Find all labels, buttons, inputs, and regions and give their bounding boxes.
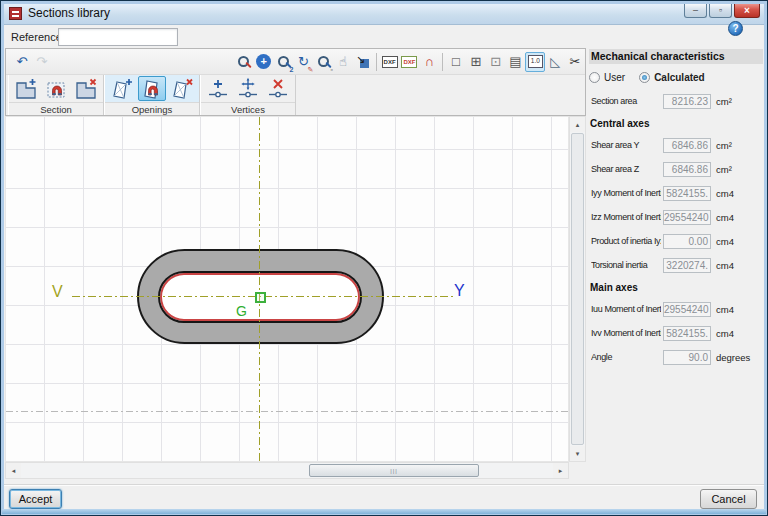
radio-calculated[interactable] [639,72,650,83]
scroll-left-arrow[interactable]: ◂ [6,463,21,478]
characteristic-label: Section area [591,96,661,106]
canvas-area: G V Y ▴ ▾ ◂ ||| ▸ [5,116,586,479]
dxf-import-icon[interactable]: DXF [380,52,400,72]
delete-vertex-button[interactable] [264,76,292,101]
pan-icon[interactable]: ☝ [333,52,353,72]
vertical-scrollbar[interactable]: ▴ ▾ [569,116,586,462]
characteristic-label: Torsional inertia [591,260,661,270]
characteristic-label: Product of inertia Iyz [591,236,661,246]
tool-group-section: Section [8,75,104,115]
characteristic-unit: cm4 [716,188,734,199]
axis-label-y: Y [454,282,465,300]
scroll-down-arrow[interactable]: ▾ [570,446,585,461]
horizontal-scrollbar[interactable]: ◂ ||| ▸ [5,462,569,479]
tool-group-vertices: Vertices [200,75,296,115]
characteristic-value-field[interactable]: 29554240 [663,210,711,225]
snap-magnet-icon[interactable]: ∩ [419,52,439,72]
zoom-extents-icon[interactable]: + [254,52,274,72]
accept-button[interactable]: Accept [9,489,62,509]
toolbar: ↶↷+2↻✎▫☝↘DXFDXF∩□⊞⊡▤1.0◺✂ SectionOpening… [5,48,586,116]
add-section-button[interactable] [12,76,40,101]
characteristic-label: Angle [591,352,661,362]
characteristic-row: Shear area Z6846.86cm² [589,162,763,177]
dxf-export-icon[interactable]: DXF [400,52,420,72]
toolbar-separator [373,53,380,71]
delete-section-button[interactable] [72,76,100,101]
characteristic-value-field[interactable]: 6846.86 [663,138,711,153]
move-vertex-button[interactable] [234,76,262,101]
characteristic-unit: cm² [716,164,732,175]
z-axis-line [259,117,260,462]
add-vertex-button[interactable] [204,76,232,101]
radio-user[interactable] [589,72,600,83]
characteristic-value-field[interactable]: 3220274. [663,258,711,273]
titlebar[interactable]: Sections library – ▫ × [2,2,766,25]
tool-group-label: Openings [105,102,199,115]
characteristic-unit: cm4 [716,328,734,339]
grid-icon[interactable]: ⊞ [466,52,486,72]
characteristic-value-field[interactable]: 5824155. [663,186,711,201]
characteristic-value-field[interactable]: 6846.86 [663,162,711,177]
redraw-icon[interactable]: ↻✎ [293,52,313,72]
minimize-button[interactable]: – [684,3,707,18]
footer-separator [2,484,766,486]
help-button[interactable]: ? [728,21,743,36]
tool-group-openings: Openings [104,75,200,115]
characteristic-row: Section area8216.23cm² [589,94,763,109]
characteristic-row: Angle90.0degrees [589,350,763,365]
characteristic-row: Iyy Moment of Inertia5824155.cm4 [589,186,763,201]
add-opening-button[interactable] [108,76,136,101]
rectangle-icon[interactable]: □ [446,52,466,72]
scroll-right-arrow[interactable]: ▸ [553,463,568,478]
zoom-window-icon[interactable]: ▫ [313,52,333,72]
undo-icon[interactable]: ↶ [12,52,32,72]
characteristic-unit: cm4 [716,260,734,271]
zoom-in-icon[interactable] [234,52,254,72]
characteristic-unit: cm4 [716,304,734,315]
radio-label-user[interactable]: User [604,72,625,83]
axis-label-v: V [52,283,63,301]
characteristic-value-field[interactable]: 90.0 [663,350,711,365]
scrollbar-corner [569,462,586,479]
zoom-previous-icon[interactable]: 2 [274,52,294,72]
characteristic-value-field[interactable]: 0.00 [663,234,711,249]
scroll-up-arrow[interactable]: ▴ [570,117,585,132]
characteristic-value-field[interactable]: 8216.23 [663,94,711,109]
horizontal-scroll-thumb[interactable]: ||| [309,464,479,477]
delete-opening-button[interactable] [168,76,196,101]
maximize-button[interactable]: ▫ [709,3,732,18]
toolbar-row-2: SectionOpeningsVertices [6,75,585,115]
centroid-label: G [236,303,247,319]
angle-icon[interactable]: ◺ [545,52,565,72]
characteristic-value-field[interactable]: 5824155. [663,326,711,341]
sections-library-dialog: Sections library – ▫ × Reference ? ↶↷+2↻… [0,0,768,516]
cut-icon[interactable]: ✂ [565,52,585,72]
close-button[interactable]: × [734,3,760,18]
previous-view-icon[interactable]: ↘ [353,52,373,72]
characteristic-row: Product of inertia Iyz0.00cm4 [589,234,763,249]
capture-opening-button[interactable] [138,76,166,101]
ruler-icon[interactable]: ▤ [506,52,526,72]
capture-section-button[interactable] [42,76,70,101]
redo-icon[interactable]: ↷ [32,52,52,72]
characteristic-row: Torsional inertia3220274.cm4 [589,258,763,273]
section-canvas[interactable]: G V Y [5,116,569,462]
cancel-button[interactable]: Cancel [700,489,757,509]
section-header: Central axes [590,118,763,130]
toolbar-row-1: ↶↷+2↻✎▫☝↘DXFDXF∩□⊞⊡▤1.0◺✂ [6,49,585,75]
characteristic-label: Iuu Moment of Inertia [591,304,661,314]
characteristic-unit: degrees [716,352,750,363]
reference-input[interactable] [58,28,178,46]
characteristic-label: Ivv Moment of Inertia [591,328,661,338]
snap-grid-icon[interactable]: ⊡ [486,52,506,72]
tool-group-label: Vertices [201,102,295,115]
characteristic-value-field[interactable]: 29554240 [663,302,711,317]
dimension-display-icon[interactable]: 1.0 [525,52,545,72]
radio-label-calculated[interactable]: Calculated [654,72,705,83]
characteristic-unit: cm4 [716,212,734,223]
characteristic-label: Iyy Moment of Inertia [591,188,661,198]
characteristic-row: Shear area Y6846.86cm² [589,138,763,153]
app-icon [9,7,22,20]
vertical-scroll-thumb[interactable] [571,133,584,445]
mode-radio-group: UserCalculated [589,68,763,86]
